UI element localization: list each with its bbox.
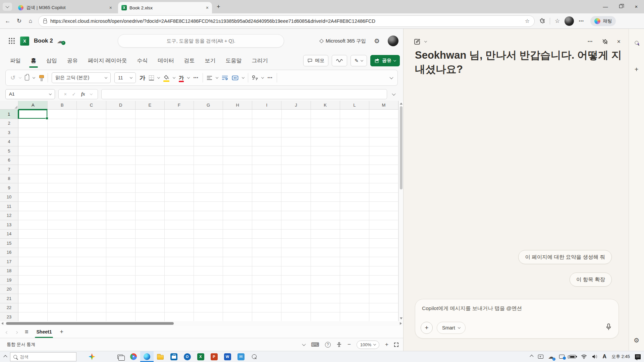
cell-L22[interactable] — [340, 303, 369, 313]
cell-D5[interactable] — [106, 146, 136, 156]
mode-select-button[interactable]: Smart — [437, 322, 466, 334]
cell-C5[interactable] — [77, 146, 106, 156]
cell-G7[interactable] — [194, 165, 223, 174]
cell-L4[interactable] — [340, 137, 369, 147]
cell-L20[interactable] — [340, 285, 369, 294]
cell-C4[interactable] — [77, 137, 106, 147]
excel-search-box[interactable] — [118, 34, 284, 48]
cell-H17[interactable] — [223, 257, 252, 266]
cancel-entry-icon[interactable]: × — [64, 92, 67, 97]
cell-A7[interactable] — [18, 165, 48, 174]
row-header-11[interactable]: 11 — [0, 202, 18, 211]
cell-F14[interactable] — [165, 230, 194, 239]
add-favorite-icon[interactable]: ☆ — [525, 18, 530, 24]
cell-M23[interactable] — [369, 312, 398, 321]
cell-D18[interactable] — [106, 266, 136, 276]
confirm-entry-icon[interactable]: ✓ — [72, 92, 76, 97]
cell-D11[interactable] — [106, 202, 136, 211]
row-header-22[interactable]: 22 — [0, 303, 18, 313]
cell-J20[interactable] — [281, 285, 311, 294]
cell-K6[interactable] — [311, 156, 340, 165]
cell-H12[interactable] — [223, 211, 252, 221]
merge-menu-chevron[interactable] — [242, 76, 245, 78]
ribbon-tab-review[interactable]: 검토 — [184, 56, 195, 66]
taskbar-excel-icon[interactable]: X — [194, 351, 207, 362]
cell-F5[interactable] — [165, 146, 194, 156]
wrap-text-icon[interactable] — [222, 75, 228, 80]
cell-F19[interactable] — [165, 276, 194, 285]
cell-B6[interactable] — [48, 156, 77, 165]
cell-F20[interactable] — [165, 285, 194, 294]
cell-L16[interactable] — [340, 248, 369, 257]
cell-F7[interactable] — [165, 165, 194, 174]
scroll-up-arrow[interactable] — [400, 103, 402, 105]
cell-L9[interactable] — [340, 183, 369, 193]
cell-J11[interactable] — [281, 202, 311, 211]
cell-J9[interactable] — [281, 183, 311, 193]
ribbon-tab-pagelayout[interactable]: 페이지 레이아웃 — [88, 56, 127, 66]
cell-G3[interactable] — [194, 128, 223, 137]
cell-F6[interactable] — [165, 156, 194, 165]
row-header-9[interactable]: 9 — [0, 183, 18, 193]
row-header-19[interactable]: 19 — [0, 276, 18, 285]
cell-G19[interactable] — [194, 276, 223, 285]
microphone-button[interactable] — [605, 323, 612, 333]
cell-G16[interactable] — [194, 248, 223, 257]
cell-G14[interactable] — [194, 230, 223, 239]
home-button[interactable]: ⌂ — [25, 18, 36, 24]
cell-L1[interactable] — [340, 110, 369, 119]
refresh-button[interactable]: ↻ — [13, 17, 25, 24]
taskbar-outlook-icon[interactable]: O — [180, 351, 194, 362]
row-header-10[interactable]: 10 — [0, 193, 18, 202]
cell-E7[interactable] — [136, 165, 165, 174]
cell-M2[interactable] — [369, 119, 398, 128]
cell-M18[interactable] — [369, 266, 398, 276]
cell-E21[interactable] — [136, 294, 165, 303]
cell-C3[interactable] — [77, 128, 106, 137]
cell-F3[interactable] — [165, 128, 194, 137]
cell-G12[interactable] — [194, 211, 223, 221]
cell-D10[interactable] — [106, 193, 136, 202]
font-size-select[interactable]: 11 — [114, 72, 136, 83]
cell-E12[interactable] — [136, 211, 165, 221]
cell-F11[interactable] — [165, 202, 194, 211]
cell-D19[interactable] — [106, 276, 136, 285]
draw-pen-button[interactable]: ✎ — [351, 55, 367, 66]
font-color-button[interactable]: 가 — [179, 75, 184, 81]
rail-add-button[interactable]: + — [635, 66, 639, 73]
cell-M14[interactable] — [369, 230, 398, 239]
cell-H19[interactable] — [223, 276, 252, 285]
cell-J16[interactable] — [281, 248, 311, 257]
cell-H20[interactable] — [223, 285, 252, 294]
cell-L10[interactable] — [340, 193, 369, 202]
cell-J4[interactable] — [281, 137, 311, 147]
cell-C22[interactable] — [77, 303, 106, 313]
cell-A13[interactable] — [18, 220, 48, 230]
cell-G13[interactable] — [194, 220, 223, 230]
cell-K10[interactable] — [311, 193, 340, 202]
scroll-down-arrow[interactable] — [400, 317, 402, 319]
help-icon[interactable]: ? — [325, 342, 331, 348]
taskbar-magnifier-icon[interactable] — [248, 351, 261, 362]
cell-A15[interactable] — [18, 239, 48, 248]
cell-I11[interactable] — [252, 202, 281, 211]
cell-B5[interactable] — [48, 146, 77, 156]
cell-B23[interactable] — [48, 312, 77, 321]
paste-menu-chevron[interactable] — [33, 76, 35, 78]
cell-E9[interactable] — [136, 183, 165, 193]
cell-L17[interactable] — [340, 257, 369, 266]
cell-M5[interactable] — [369, 146, 398, 156]
cell-L15[interactable] — [340, 239, 369, 248]
cell-I14[interactable] — [252, 230, 281, 239]
cell-A3[interactable] — [18, 128, 48, 137]
row-header-2[interactable]: 2 — [0, 119, 18, 128]
cell-K21[interactable] — [311, 294, 340, 303]
cell-B10[interactable] — [48, 193, 77, 202]
format-painter-icon[interactable] — [39, 75, 44, 80]
cell-D3[interactable] — [106, 128, 136, 137]
cell-M11[interactable] — [369, 202, 398, 211]
copilot-message-input[interactable] — [422, 305, 612, 311]
row-header-7[interactable]: 7 — [0, 165, 18, 174]
cell-G2[interactable] — [194, 119, 223, 128]
cell-A16[interactable] — [18, 248, 48, 257]
